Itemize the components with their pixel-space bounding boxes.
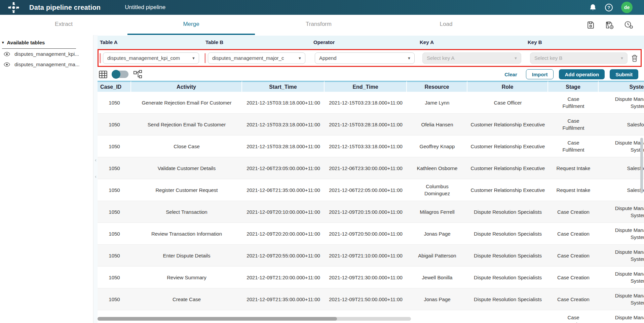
cell-text: 2021-12-15T03:28:18.000+11:00: [329, 121, 403, 128]
key-a-select[interactable]: Select key A ▼: [422, 52, 521, 64]
table-row: 1050Enter Dispute Details2021-12-09T20:5…: [98, 245, 644, 267]
cell-role: Dispute Resolution Specialists: [467, 201, 548, 223]
cell-text: System: [631, 321, 644, 323]
cell-system: Salesforce: [599, 179, 644, 201]
cell-system: Dispute ManagementSystem: [599, 92, 644, 113]
cell-case_id: 1050: [98, 245, 131, 266]
horizontal-scrollbar-thumb[interactable]: [98, 317, 337, 321]
cell-start_time: 2021-12-09T20:20:00.000+11:00: [242, 223, 325, 244]
delete-icon[interactable]: [631, 54, 639, 63]
tab-merge[interactable]: Merge: [127, 15, 255, 35]
cell-system: Dispute ManagementSystem: [599, 201, 644, 223]
cell-text: 2021-12-06T22:05:00.000+11:00: [329, 187, 403, 194]
cell-text: 1050: [109, 165, 120, 172]
save-icon[interactable]: [586, 21, 595, 29]
cell-text: System: [631, 277, 644, 284]
eye-icon[interactable]: [4, 62, 10, 67]
cell-system: Dispute ManagementSystem: [599, 310, 644, 323]
column-header-resource: Resource: [407, 81, 467, 92]
cell-text: Dispute Management: [615, 270, 644, 277]
table-row: 1050Send Rejection Email To Customer2021…: [98, 114, 644, 135]
toggle-knob: [112, 70, 120, 79]
merge-config-labels-row: Table ATable BOperatorKey AKey B: [98, 36, 644, 49]
cell-case_id: 1050: [98, 179, 131, 201]
tab-transform[interactable]: Transform: [255, 15, 382, 35]
cell-text: 2021-12-09T20:50:00.000+11:00: [329, 230, 403, 237]
cell-resource: Ofelia Hansen: [407, 114, 467, 135]
submit-button[interactable]: Submit: [610, 69, 638, 79]
cell-text: Case: [567, 314, 579, 321]
cell-end_time: 2021-12-09T21:30:00.000+11:00: [325, 267, 407, 288]
table-b-select[interactable]: disputes_management_major_c ▼: [208, 52, 305, 64]
cell-text: Fulfilment: [562, 124, 584, 131]
column-header-system: System: [599, 81, 644, 92]
cell-text: Generate Rejection Email For Customer: [142, 99, 232, 106]
svg-text:?: ?: [607, 5, 610, 10]
add-operation-button[interactable]: Add operation: [559, 69, 605, 79]
cell-text: Creation: [564, 321, 583, 323]
result-table: Case_IDActivityStart_TimeEnd_TimeResourc…: [98, 81, 644, 323]
cell-text: System: [631, 212, 644, 219]
cell-text: Select Transaction: [166, 208, 207, 215]
cell-resource: Jame Lynn: [407, 92, 467, 113]
history-icon[interactable]: [624, 21, 633, 29]
cell-text: Jonas Page: [424, 296, 450, 303]
cell-activity: Create Case: [131, 288, 242, 310]
sidebar-table-item[interactable]: disputes_management_kpi...: [0, 49, 93, 59]
available-tables-header[interactable]: ▾ Available tables: [2, 40, 76, 49]
view-toggle[interactable]: [112, 71, 128, 78]
cell-text: Fulfilment: [562, 103, 584, 110]
cell-system: Salesforce: [599, 157, 644, 179]
cell-text: 2021-12-09T21:10:00.000+11:00: [329, 252, 403, 259]
cell-text: System: [631, 234, 644, 241]
tab-extract[interactable]: Extract: [0, 15, 127, 35]
cell-stage: Case Creation: [548, 201, 599, 223]
panel-resize-handle[interactable]: ‹: [94, 174, 98, 178]
help-icon[interactable]: ?: [605, 3, 613, 12]
cell-stage: Request Intake: [548, 157, 599, 179]
user-avatar[interactable]: de: [621, 2, 633, 13]
cell-start_time: [242, 310, 325, 323]
import-button[interactable]: Import: [526, 69, 554, 79]
cell-role: Customer Relationship Executive: [467, 114, 548, 135]
table-a-select[interactable]: disputes_management_kpi_com ▼: [103, 52, 199, 64]
config-column-label: Key B: [528, 39, 542, 45]
column-header-start_time: Start_Time: [242, 81, 325, 92]
vertical-scrollbar-thumb[interactable]: [640, 138, 643, 193]
cell-case_id: 1050: [98, 114, 131, 135]
cell-text: 2021-12-15T03:33:18.000+11:00: [329, 143, 403, 150]
column-header-case_id: Case_ID: [98, 81, 131, 92]
cell-end_time: 2021-12-15T03:33:18.000+11:00: [325, 135, 407, 157]
panel-resize-handle[interactable]: ‹: [94, 158, 98, 162]
key-a-placeholder: Select key A: [427, 55, 455, 61]
cell-text: Geoffrey Knapp: [420, 143, 455, 150]
table-a-value: disputes_management_kpi_com: [107, 55, 180, 61]
bell-icon[interactable]: [589, 3, 597, 11]
table-row: 1050Review Summary2021-12-09T21:20:00.00…: [98, 267, 644, 288]
cell-role: Dispute Resolution Specialists: [467, 245, 548, 266]
schema-view-icon[interactable]: [133, 70, 143, 79]
cell-text: 2021-12-09T20:55:00.000+11:00: [247, 252, 320, 259]
cell-system: Dispute ManagementSystem: [599, 288, 644, 310]
sidebar-table-item[interactable]: disputes_management_ma...: [0, 59, 93, 70]
cell-text: Jonas Page: [424, 230, 450, 237]
clear-button[interactable]: Clear: [502, 69, 519, 79]
cell-text: 2021-12-09T20:20:00.000+11:00: [247, 230, 320, 237]
cell-start_time: 2021-12-15T03:18:18.000+11:00: [242, 92, 325, 113]
app-title: Data pipeline creation: [29, 4, 101, 11]
cell-stage: Request Intake: [548, 179, 599, 201]
key-b-select[interactable]: Select key B ▼: [530, 52, 628, 64]
cell-case_id: 1050: [98, 288, 131, 310]
chevron-down-icon: ▼: [620, 56, 624, 60]
cell-start_time: 2021-12-09T21:35:00.000+11:00: [242, 288, 325, 310]
table-toolbar: Clear Import Add operation Submit: [98, 69, 644, 80]
cell-role: Customer Relationship Executive: [467, 157, 548, 179]
tab-load[interactable]: Load: [382, 15, 510, 35]
cell-text: Enter Dispute Details: [163, 252, 211, 259]
save-as-icon[interactable]: [605, 21, 614, 29]
eye-icon[interactable]: [4, 52, 10, 56]
operator-select[interactable]: Append ▼: [315, 52, 415, 64]
top-header-bar: Data pipeline creation Untitled pipeline…: [0, 0, 644, 15]
cell-text: Dispute Management: [615, 292, 644, 299]
table-view-icon[interactable]: [99, 70, 108, 79]
